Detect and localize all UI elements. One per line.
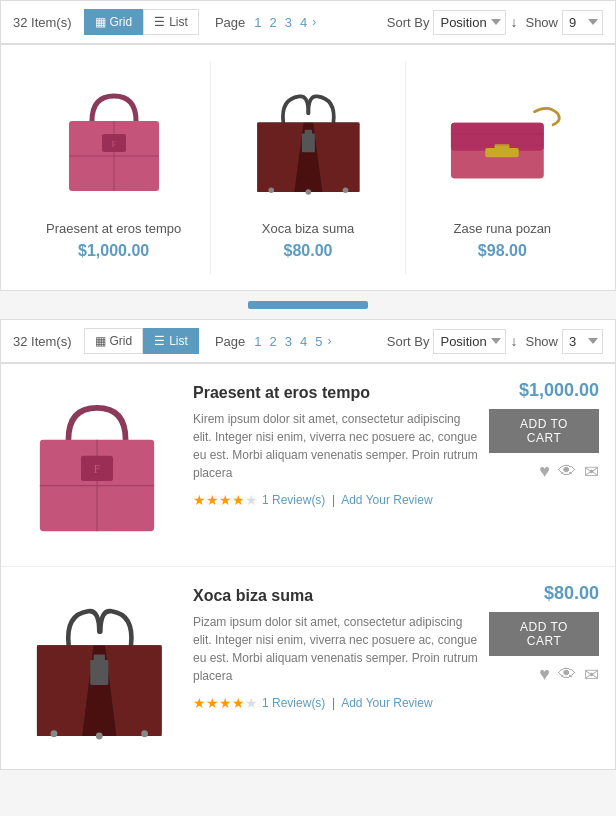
svg-point-32 bbox=[96, 733, 103, 740]
list-pagination: Page 1 2 3 4 5 › bbox=[215, 333, 336, 350]
grid-product-1: F Praesent at eros tempo $1,000.00 bbox=[17, 61, 211, 274]
list-page-3-link[interactable]: 3 bbox=[282, 333, 295, 350]
list-list-view-button[interactable]: ☰ List bbox=[143, 328, 199, 354]
list-sort-group: Sort By Position Name Price ↓ bbox=[387, 329, 518, 354]
list-product-1-image[interactable]: F bbox=[17, 380, 177, 550]
list-bag-1-svg: F bbox=[27, 385, 167, 545]
list-grid-icon: ▦ bbox=[95, 334, 106, 348]
svg-point-13 bbox=[342, 187, 348, 193]
list-product-2-icon-actions: ♥ 👁 ✉ bbox=[539, 664, 599, 686]
list-product-2-details: Xoca biza suma Pizam ipsum dolor sit ame… bbox=[193, 583, 479, 711]
separator-1 bbox=[0, 291, 616, 319]
grid-sort-select[interactable]: Position Name Price bbox=[433, 10, 506, 35]
svg-point-33 bbox=[141, 730, 148, 737]
grid-sort-group: Sort By Position Name Price ↓ bbox=[387, 10, 518, 35]
product-grid: F Praesent at eros tempo $1,000.00 bbox=[17, 61, 599, 274]
grid-product-2-image[interactable] bbox=[219, 71, 396, 211]
grid-product-2-price: $80.00 bbox=[219, 242, 396, 260]
email-2-icon[interactable]: ✉ bbox=[584, 664, 599, 686]
add-to-cart-1-button[interactable]: ADD TO CART bbox=[489, 409, 599, 453]
wishlist-1-icon[interactable]: ♥ bbox=[539, 461, 550, 483]
list-product-2-image[interactable] bbox=[17, 583, 177, 753]
grid-product-2-name: Xoca biza suma bbox=[219, 221, 396, 236]
list-product-1-desc: Kirem ipsum dolor sit amet, consectetur … bbox=[193, 410, 479, 482]
list-page-1-link[interactable]: 1 bbox=[251, 333, 264, 350]
page-2-link[interactable]: 2 bbox=[266, 14, 279, 31]
list-product-1-actions: $1,000.00 ADD TO CART ♥ 👁 ✉ bbox=[479, 380, 599, 483]
list-next-page-chevron[interactable]: › bbox=[327, 334, 331, 348]
grid-icon: ▦ bbox=[95, 15, 106, 29]
svg-rect-10 bbox=[304, 130, 311, 137]
reviews-count-1-link[interactable]: 1 Review(s) bbox=[262, 493, 325, 507]
list-icon: ☰ bbox=[154, 15, 165, 29]
sort-direction-arrow[interactable]: ↓ bbox=[510, 14, 517, 30]
wishlist-2-icon[interactable]: ♥ bbox=[539, 664, 550, 686]
list-item-count: 32 Item(s) bbox=[13, 334, 72, 349]
svg-text:F: F bbox=[94, 463, 100, 475]
page-3-link[interactable]: 3 bbox=[282, 14, 295, 31]
grid-product-3-name: Zase runa pozan bbox=[414, 221, 591, 236]
add-to-cart-2-button[interactable]: ADD TO CART bbox=[489, 612, 599, 656]
svg-text:F: F bbox=[111, 139, 116, 149]
list-product-1-details: Praesent at eros tempo Kirem ipsum dolor… bbox=[193, 380, 479, 508]
list-page-5-link[interactable]: 5 bbox=[312, 333, 325, 350]
grid-product-1-name: Praesent at eros tempo bbox=[25, 221, 202, 236]
bag-1-svg: F bbox=[54, 76, 174, 206]
list-list-icon: ☰ bbox=[154, 334, 165, 348]
grid-pagination: Page 1 2 3 4 › bbox=[215, 14, 320, 31]
separator-bar-1 bbox=[248, 301, 368, 309]
compare-2-icon[interactable]: 👁 bbox=[558, 664, 576, 686]
grid-view-buttons: ▦ Grid ☰ List bbox=[84, 9, 199, 35]
list-product-2-actions: $80.00 ADD TO CART ♥ 👁 ✉ bbox=[479, 583, 599, 686]
list-grid-view-button[interactable]: ▦ Grid bbox=[84, 328, 144, 354]
reviews-count-2-link[interactable]: 1 Review(s) bbox=[262, 696, 325, 710]
grid-product-2: Xoca biza suma $80.00 bbox=[211, 61, 405, 274]
grid-item-count: 32 Item(s) bbox=[13, 15, 72, 30]
list-product-2-stars: ★★★★★ bbox=[193, 695, 258, 711]
email-1-icon[interactable]: ✉ bbox=[584, 461, 599, 483]
grid-product-3: Zase runa pozan $98.00 bbox=[406, 61, 599, 274]
list-show-select[interactable]: 3 9 18 All bbox=[562, 329, 603, 354]
bag-3-svg bbox=[437, 95, 567, 188]
compare-1-icon[interactable]: 👁 bbox=[558, 461, 576, 483]
grid-product-1-image[interactable]: F bbox=[25, 71, 202, 211]
list-show-group: Show 3 9 18 All bbox=[525, 329, 603, 354]
list-product-2-desc: Pizam ipsum dolor sit amet, consectetur … bbox=[193, 613, 479, 685]
svg-point-12 bbox=[305, 189, 311, 195]
svg-point-31 bbox=[51, 730, 58, 737]
page-1-link[interactable]: 1 bbox=[251, 14, 264, 31]
list-item-2: Xoca biza suma Pizam ipsum dolor sit ame… bbox=[1, 567, 615, 769]
grid-product-3-image[interactable] bbox=[414, 71, 591, 211]
list-product-2-reviews: 1 Review(s) | Add Your Review bbox=[262, 696, 433, 710]
add-review-1-link[interactable]: Add Your Review bbox=[341, 493, 432, 507]
list-product-1-price: $1,000.00 bbox=[519, 380, 599, 401]
grid-show-select[interactable]: 9 18 27 All bbox=[562, 10, 603, 35]
list-toolbar: 32 Item(s) ▦ Grid ☰ List Page 1 2 3 4 5 … bbox=[0, 319, 616, 363]
list-item-1: F Praesent at eros tempo Kirem ipsum dol… bbox=[1, 364, 615, 567]
next-page-chevron[interactable]: › bbox=[312, 15, 316, 29]
list-page-2-link[interactable]: 2 bbox=[266, 333, 279, 350]
grid-view-button[interactable]: ▦ Grid bbox=[84, 9, 144, 35]
list-products-section: F Praesent at eros tempo Kirem ipsum dol… bbox=[0, 363, 616, 770]
bag-2-svg bbox=[248, 76, 369, 206]
list-view-buttons: ▦ Grid ☰ List bbox=[84, 328, 199, 354]
list-product-1-reviews: 1 Review(s) | Add Your Review bbox=[262, 493, 433, 507]
grid-product-3-price: $98.00 bbox=[414, 242, 591, 260]
list-product-1-icon-actions: ♥ 👁 ✉ bbox=[539, 461, 599, 483]
list-product-1-name: Praesent at eros tempo bbox=[193, 384, 479, 402]
list-sort-select[interactable]: Position Name Price bbox=[433, 329, 506, 354]
list-product-2-price: $80.00 bbox=[544, 583, 599, 604]
grid-products-section: F Praesent at eros tempo $1,000.00 bbox=[0, 44, 616, 291]
list-page-4-link[interactable]: 4 bbox=[297, 333, 310, 350]
svg-point-11 bbox=[268, 187, 274, 193]
list-product-2-name: Xoca biza suma bbox=[193, 587, 479, 605]
page-4-link[interactable]: 4 bbox=[297, 14, 310, 31]
grid-toolbar: 32 Item(s) ▦ Grid ☰ List Page 1 2 3 4 › … bbox=[0, 0, 616, 44]
svg-rect-30 bbox=[94, 654, 105, 664]
grid-show-group: Show 9 18 27 All bbox=[525, 10, 603, 35]
add-review-2-link[interactable]: Add Your Review bbox=[341, 696, 432, 710]
list-product-1-stars: ★★★★★ bbox=[193, 492, 258, 508]
list-view-button[interactable]: ☰ List bbox=[143, 9, 199, 35]
list-sort-direction-arrow[interactable]: ↓ bbox=[510, 333, 517, 349]
list-bag-2-svg bbox=[22, 583, 172, 753]
